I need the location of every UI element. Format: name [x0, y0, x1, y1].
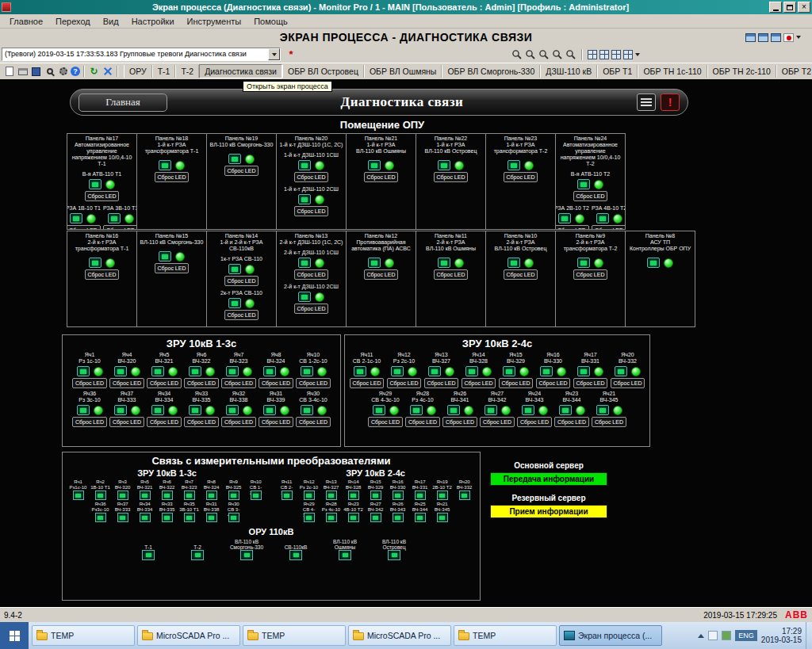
reset-led-button[interactable]: Сброс LED	[221, 378, 256, 388]
settings-gear-icon[interactable]	[57, 66, 69, 78]
menu-item[interactable]: Главное	[3, 17, 49, 26]
pan-icon[interactable]	[611, 50, 621, 59]
menu-item[interactable]: Инструменты	[181, 17, 248, 26]
reset-led-button[interactable]: Сброс LED	[592, 225, 626, 230]
taskbar-item[interactable]: TEMP	[454, 625, 557, 646]
window-layout-icon[interactable]	[745, 33, 756, 42]
toolbar-tab[interactable]: ОБР ВЛ Ошмяны	[364, 65, 442, 78]
language-indicator[interactable]: ENG	[735, 630, 757, 641]
toolbar-tab[interactable]: ОБР ВЛ Сморгонь-330	[442, 65, 540, 78]
reset-led-button[interactable]: Сброс LED	[294, 304, 329, 314]
home-button[interactable]: Главная	[79, 94, 167, 112]
reset-led-button[interactable]: Сброс LED	[85, 269, 120, 280]
reset-led-button[interactable]: Сброс LED	[294, 269, 329, 280]
menu-item[interactable]: Настройки	[125, 17, 181, 26]
reset-led-button[interactable]: Сброс LED	[592, 417, 626, 427]
maximize-button[interactable]	[783, 2, 796, 13]
reset-led-button[interactable]: Сброс LED	[224, 166, 259, 176]
zoom-full-icon[interactable]	[565, 49, 576, 60]
save-icon[interactable]	[30, 66, 42, 78]
reset-led-button[interactable]: Сброс LED	[147, 417, 182, 427]
toolbar-tab[interactable]: Т-2	[175, 65, 199, 78]
chevron-down-icon[interactable]	[635, 53, 640, 56]
window-layout-icon[interactable]	[771, 33, 781, 42]
reset-led-button[interactable]: Сброс LED	[573, 191, 608, 201]
reset-led-button[interactable]: Сброс LED	[364, 172, 399, 182]
reset-led-button[interactable]: Сброс LED	[259, 417, 293, 427]
toolbar-tab[interactable]: ОБР Т2	[776, 65, 812, 78]
reset-led-button[interactable]: Сброс LED	[294, 172, 329, 182]
reset-led-button[interactable]: Сброс LED	[184, 417, 219, 427]
menu-item[interactable]: Переход	[49, 17, 97, 26]
reset-led-button[interactable]: Сброс LED	[147, 378, 182, 388]
alarm-indicator-icon[interactable]	[783, 33, 794, 42]
reset-led-button[interactable]: Сброс LED	[434, 172, 469, 182]
declutter-icon[interactable]	[623, 50, 633, 59]
taskbar-item[interactable]: MicroSCADA Pro ...	[348, 625, 451, 646]
reset-led-button[interactable]: Сброс LED	[296, 417, 331, 427]
reset-led-button[interactable]: Сброс LED	[387, 378, 422, 388]
reset-led-button[interactable]: Сброс LED	[72, 417, 107, 427]
taskbar-item[interactable]: TEMP	[32, 625, 135, 646]
layers-icon[interactable]	[588, 50, 597, 59]
reset-led-button[interactable]: Сброс LED	[294, 206, 329, 216]
toolbar-tab[interactable]: ОБР ВЛ Островец	[282, 65, 364, 78]
reset-led-button[interactable]: Сброс LED	[184, 378, 219, 388]
reset-led-button[interactable]: Сброс LED	[442, 417, 477, 427]
reset-led-button[interactable]: Сброс LED	[504, 269, 538, 280]
toolbar-tab[interactable]: ОБР ТН 1с-110	[638, 65, 707, 78]
toolbar-tab[interactable]: ОБР ТН 2с-110	[707, 65, 776, 78]
reset-led-button[interactable]: Сброс LED	[67, 225, 101, 230]
show-desktop-button[interactable]	[806, 622, 810, 649]
toolbar-tab[interactable]: ОРУ	[124, 65, 152, 78]
window-titlebar[interactable]: Экран процесса (Диагностика связи) - Mon…	[0, 0, 812, 14]
tray-expand-icon[interactable]	[698, 634, 704, 638]
refresh-icon[interactable]: ↻	[88, 66, 100, 78]
tray-status-icon[interactable]	[722, 631, 731, 640]
help-icon[interactable]: ?	[71, 67, 80, 76]
clock[interactable]: 17:29 2019-03-15	[761, 627, 802, 644]
taskbar-item[interactable]: TEMP	[243, 625, 346, 646]
reset-led-button[interactable]: Сброс LED	[573, 378, 608, 388]
alarm-selector[interactable]: (Тревоги) 2019-03-15 17:33:53.183 Группо…	[2, 48, 281, 61]
reset-led-button[interactable]: Сброс LED	[368, 417, 403, 427]
reset-led-button[interactable]: Сброс LED	[155, 172, 190, 182]
reset-led-button[interactable]: Сброс LED	[611, 378, 645, 388]
reset-led-button[interactable]: Сброс LED	[109, 417, 144, 427]
chevron-down-icon[interactable]	[796, 36, 801, 39]
window-layout-icon[interactable]	[758, 33, 768, 42]
reset-led-button[interactable]: Сброс LED	[424, 378, 459, 388]
reset-led-button[interactable]: Сброс LED	[499, 378, 534, 388]
start-button[interactable]	[0, 622, 29, 649]
close-button[interactable]: ×	[798, 2, 810, 13]
reset-led-button[interactable]: Сброс LED	[364, 269, 399, 280]
minimize-button[interactable]	[769, 2, 782, 13]
reset-led-button[interactable]: Сброс LED	[554, 417, 589, 427]
reset-led-button[interactable]: Сброс LED	[224, 276, 259, 286]
reset-led-button[interactable]: Сброс LED	[72, 378, 107, 388]
zoom-window-icon[interactable]	[538, 49, 550, 60]
reset-led-button[interactable]: Сброс LED	[405, 417, 440, 427]
grid-icon[interactable]	[599, 50, 609, 59]
reset-led-button[interactable]: Сброс LED	[517, 417, 552, 427]
reset-led-button[interactable]: Сброс LED	[221, 417, 256, 427]
reset-led-button[interactable]: Сброс LED	[296, 378, 331, 388]
reset-led-button[interactable]: Сброс LED	[350, 378, 385, 388]
reset-led-button[interactable]: Сброс LED	[462, 378, 496, 388]
menu-item[interactable]: Помощь	[247, 17, 294, 26]
reset-led-button[interactable]: Сброс LED	[85, 191, 120, 201]
reset-led-button[interactable]: Сброс LED	[480, 417, 515, 427]
zoom-previous-icon[interactable]	[552, 49, 563, 60]
reset-led-button[interactable]: Сброс LED	[434, 269, 469, 280]
toolbar-tab[interactable]: ОБР Т1	[597, 65, 638, 78]
reset-led-button[interactable]: Сброс LED	[103, 225, 137, 230]
alarm-list-button[interactable]: !	[661, 94, 680, 111]
taskbar-item[interactable]: MicroSCADA Pro ...	[137, 625, 240, 646]
toolbar-tab[interactable]: Т-1	[152, 65, 176, 78]
alarm-dropdown-button[interactable]	[268, 48, 280, 60]
print-icon[interactable]	[17, 66, 29, 78]
find-icon[interactable]	[44, 66, 56, 78]
reset-led-button[interactable]: Сброс LED	[504, 172, 538, 182]
reset-led-button[interactable]: Сброс LED	[536, 378, 571, 388]
taskbar-item[interactable]: Экран процесса (...	[559, 625, 662, 646]
